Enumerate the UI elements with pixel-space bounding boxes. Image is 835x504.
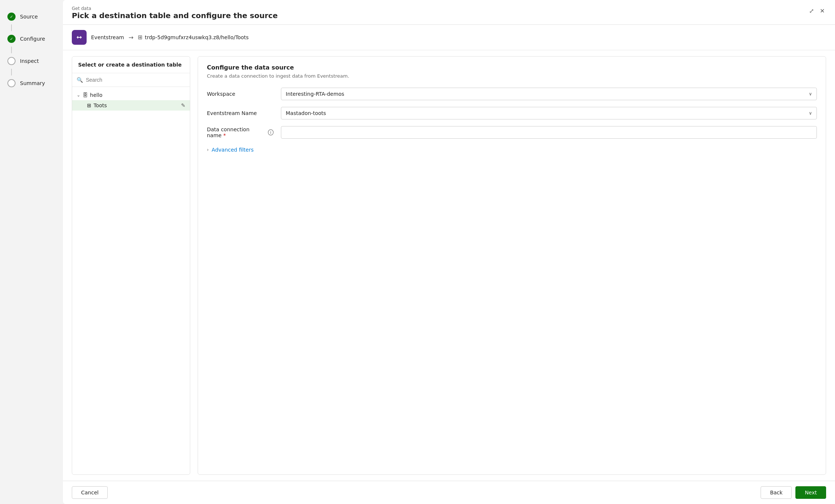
back-button[interactable]: Back — [761, 486, 792, 499]
footer-left: Cancel — [72, 486, 108, 499]
grid-icon: ⊞ — [87, 102, 91, 108]
dialog-header-right: ⤢ ✕ — [808, 6, 826, 16]
table-grid-icon: ⊞ — [138, 34, 143, 41]
right-panel-subtitle: Create a data connection to ingest data … — [207, 73, 817, 79]
search-input[interactable] — [86, 77, 185, 83]
get-data-label: Get data — [72, 6, 278, 11]
destination-path: ⊞ trdp-5d9gmufxrz4uswkq3.z8/hello/Toots — [138, 34, 249, 41]
maximize-icon: ⤢ — [809, 7, 814, 14]
eventstream-name-label: Eventstream Name — [207, 110, 274, 116]
tree-parent-hello[interactable]: ⌄ 🗄 hello — [72, 90, 190, 100]
content-area: Select or create a destination table 🔍 ⌄… — [63, 50, 835, 481]
dialog-header: Get data Pick a destination table and co… — [63, 0, 835, 25]
eventstream-name-dropdown-arrow: ∨ — [809, 111, 812, 116]
sidebar-label-source: Source — [20, 14, 38, 20]
footer: Cancel Back Next — [63, 481, 835, 504]
info-icon[interactable]: i — [268, 129, 274, 135]
search-icon: 🔍 — [77, 77, 83, 83]
eventstream-name-value: Mastadon-toots — [286, 110, 326, 116]
db-icon: 🗄 — [83, 92, 88, 98]
source-bar: Eventstream → ⊞ trdp-5d9gmufxrz4uswkq3.z… — [63, 25, 835, 50]
tree-child-toots[interactable]: ⊞ Toots ✎ — [72, 100, 190, 111]
workspace-dropdown[interactable]: Interesting-RTA-demos ∨ — [281, 88, 817, 100]
sidebar-label-inspect: Inspect — [20, 58, 39, 64]
sidebar: ✓ Source ✓ Configure Inspect Summary — [0, 0, 63, 504]
tree-child-left: ⊞ Toots — [87, 102, 107, 108]
chevron-down-icon: ⌄ — [77, 92, 80, 98]
chevron-right-icon: › — [207, 147, 209, 152]
tree-area: ⌄ 🗄 hello ⊞ Toots ✎ — [72, 87, 190, 474]
arrow-right-icon: → — [128, 34, 133, 41]
main-panel: Get data Pick a destination table and co… — [63, 0, 835, 504]
data-connection-label-text: Data connection name — [207, 126, 266, 138]
dialog-header-left: Get data Pick a destination table and co… — [72, 6, 278, 20]
dialog-title: Pick a destination table and configure t… — [72, 11, 278, 20]
destination-path-text: trdp-5d9gmufxrz4uswkq3.z8/hello/Toots — [145, 34, 249, 40]
step-circle-configure: ✓ — [7, 35, 16, 43]
next-button[interactable]: Next — [795, 486, 826, 499]
tree-child-label: Toots — [94, 102, 107, 108]
step-circle-source: ✓ — [7, 13, 16, 21]
maximize-button[interactable]: ⤢ — [808, 6, 815, 16]
step-circle-inspect — [7, 57, 16, 65]
footer-right: Back Next — [761, 486, 826, 499]
workspace-dropdown-arrow: ∨ — [809, 91, 812, 97]
left-panel-title: Select or create a destination table — [72, 57, 190, 73]
tree-parent-label: hello — [90, 92, 103, 98]
data-connection-label: Data connection name i — [207, 126, 274, 138]
sidebar-label-configure: Configure — [20, 36, 45, 42]
data-connection-row: Data connection name i Mastadon-toots_he… — [207, 126, 817, 139]
data-connection-label-with-info: Data connection name i — [207, 126, 274, 138]
sidebar-item-source[interactable]: ✓ Source — [0, 9, 63, 24]
close-button[interactable]: ✕ — [818, 6, 826, 16]
left-panel: Select or create a destination table 🔍 ⌄… — [72, 56, 190, 475]
right-panel-title: Configure the data source — [207, 64, 817, 71]
advanced-filters-toggle[interactable]: › Advanced filters — [207, 145, 817, 154]
eventstream-name-row: Eventstream Name Mastadon-toots ∨ — [207, 107, 817, 119]
sidebar-item-configure[interactable]: ✓ Configure — [0, 31, 63, 47]
data-connection-input[interactable]: Mastadon-toots_hello — [281, 126, 817, 139]
cancel-button[interactable]: Cancel — [72, 486, 108, 499]
workspace-value: Interesting-RTA-demos — [286, 91, 344, 97]
sidebar-label-summary: Summary — [20, 80, 45, 86]
workspace-label: Workspace — [207, 91, 274, 97]
eventstream-icon — [72, 30, 87, 45]
search-box: 🔍 — [72, 73, 190, 87]
step-circle-summary — [7, 79, 16, 87]
source-name: Eventstream — [91, 34, 124, 40]
edit-icon[interactable]: ✎ — [181, 102, 185, 108]
close-icon: ✕ — [820, 7, 825, 14]
workspace-row: Workspace Interesting-RTA-demos ∨ — [207, 88, 817, 100]
advanced-filters-label: Advanced filters — [212, 147, 254, 153]
right-panel: Configure the data source Create a data … — [198, 56, 826, 475]
sidebar-item-summary[interactable]: Summary — [0, 75, 63, 91]
sidebar-item-inspect[interactable]: Inspect — [0, 53, 63, 69]
eventstream-name-dropdown[interactable]: Mastadon-toots ∨ — [281, 107, 817, 119]
